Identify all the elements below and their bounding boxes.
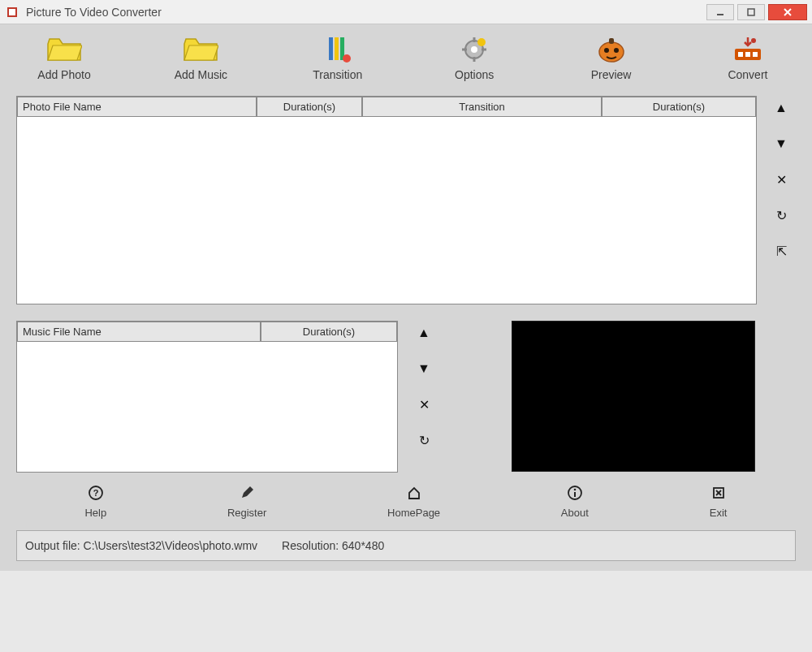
col-photo-duration2[interactable]: Duration(s) — [602, 97, 756, 117]
music-refresh-button[interactable]: ↻ — [415, 431, 433, 449]
photo-grid[interactable]: Photo File Name Duration(s) Transition D… — [16, 96, 757, 304]
svg-rect-1 — [9, 9, 15, 15]
svg-point-9 — [343, 54, 351, 63]
exit-button[interactable]: Exit — [710, 484, 728, 519]
arrow-up-icon: ▲ — [775, 101, 788, 115]
move-up-button[interactable]: ▲ — [772, 99, 790, 117]
window-title: Picture To Video Converter — [26, 6, 706, 19]
col-music-duration[interactable]: Duration(s) — [261, 322, 397, 342]
refresh-icon: ↻ — [776, 208, 787, 223]
svg-rect-23 — [745, 52, 750, 57]
app-icon — [5, 5, 19, 19]
music-grid-body[interactable] — [17, 342, 397, 472]
col-photo-duration1[interactable]: Duration(s) — [257, 97, 362, 117]
photo-grid-header: Photo File Name Duration(s) Transition D… — [17, 97, 756, 117]
col-music-filename[interactable]: Music File Name — [17, 322, 261, 342]
preview-label: Preview — [591, 68, 632, 81]
register-label: Register — [227, 507, 266, 519]
music-grid-header: Music File Name Duration(s) — [17, 322, 397, 342]
svg-rect-6 — [329, 37, 333, 60]
pen-icon — [238, 484, 256, 502]
refresh-icon: ↻ — [419, 433, 430, 448]
music-grid[interactable]: Music File Name Duration(s) — [16, 321, 398, 473]
photo-grid-body[interactable] — [17, 117, 756, 304]
svg-point-25 — [751, 38, 756, 43]
arrow-down-icon: ▼ — [417, 361, 430, 376]
music-section: Music File Name Duration(s) ▲ ▼ ✕ ↻ — [8, 314, 804, 481]
convert-icon — [730, 36, 766, 63]
collapse-icon: ⇱ — [776, 244, 787, 259]
resolution-text: Resolution: 640*480 — [282, 539, 384, 552]
svg-text:?: ? — [93, 488, 98, 498]
svg-rect-18 — [609, 38, 614, 44]
options-button[interactable]: Options — [438, 36, 511, 81]
close-button[interactable] — [768, 4, 807, 20]
svg-rect-22 — [738, 52, 743, 57]
exit-label: Exit — [710, 507, 728, 519]
output-file-text: Output file: C:\Users\test32\Videos\phot… — [25, 539, 257, 552]
bottom-toolbar: ? Help Register HomePage About Exit — [8, 481, 804, 527]
output-label: Output file: — [25, 539, 80, 552]
convert-button[interactable]: Convert — [711, 36, 784, 81]
delete-button[interactable]: ✕ — [772, 171, 790, 188]
help-icon: ? — [87, 484, 105, 502]
col-photo-transition[interactable]: Transition — [362, 97, 602, 117]
preview-button[interactable]: Preview — [575, 36, 648, 81]
arrow-up-icon: ▲ — [417, 326, 430, 340]
svg-rect-7 — [335, 37, 339, 60]
svg-point-11 — [471, 46, 477, 53]
pencils-icon — [320, 36, 356, 63]
svg-point-29 — [574, 489, 577, 491]
main-area: Add Photo Add Music Transition Options P… — [0, 24, 812, 571]
register-button[interactable]: Register — [227, 484, 266, 519]
convert-label: Convert — [728, 68, 767, 81]
photo-side-buttons: ▲ ▼ ✕ ↻ ⇱ — [767, 96, 796, 304]
music-delete-button[interactable]: ✕ — [415, 395, 433, 413]
video-preview-panel[interactable] — [512, 321, 755, 472]
about-label: About — [561, 507, 589, 519]
add-photo-button[interactable]: Add Photo — [28, 36, 101, 81]
output-path: C:\Users\test32\Videos\photo.wmv — [84, 539, 258, 552]
status-bar: Output file: C:\Users\test32\Videos\phot… — [16, 530, 796, 561]
resolution-label: Resolution: — [282, 539, 339, 552]
move-down-button[interactable]: ▼ — [772, 135, 790, 153]
music-move-down-button[interactable]: ▼ — [415, 360, 433, 378]
exit-icon — [710, 484, 728, 502]
refresh-button[interactable]: ↻ — [772, 206, 790, 224]
svg-point-16 — [477, 38, 486, 46]
photo-section: Photo File Name Duration(s) Transition D… — [8, 89, 804, 314]
folder-icon — [183, 36, 218, 63]
arrow-down-icon: ▼ — [775, 136, 788, 151]
gear-icon — [456, 36, 492, 63]
x-icon: ✕ — [776, 172, 787, 188]
add-music-label: Add Music — [175, 68, 227, 81]
info-icon — [566, 484, 584, 502]
svg-rect-30 — [574, 492, 576, 497]
music-side-buttons: ▲ ▼ ✕ ↻ — [409, 321, 438, 449]
collapse-button[interactable]: ⇱ — [772, 242, 790, 260]
transition-button[interactable]: Transition — [301, 36, 374, 81]
maximize-button[interactable] — [737, 4, 765, 20]
col-photo-filename[interactable]: Photo File Name — [17, 97, 257, 117]
homepage-button[interactable]: HomePage — [387, 484, 440, 519]
x-icon: ✕ — [419, 397, 430, 412]
homepage-label: HomePage — [387, 507, 440, 519]
resolution-value: 640*480 — [342, 539, 384, 552]
svg-rect-3 — [748, 9, 754, 15]
titlebar: Picture To Video Converter — [0, 0, 812, 24]
help-button[interactable]: ? Help — [84, 484, 106, 519]
svg-point-20 — [614, 48, 619, 53]
options-label: Options — [455, 68, 494, 81]
music-move-up-button[interactable]: ▲ — [415, 324, 433, 342]
help-label: Help — [84, 507, 106, 519]
folder-icon — [46, 36, 82, 63]
pumpkin-icon — [594, 36, 629, 63]
home-icon — [405, 484, 423, 502]
add-music-button[interactable]: Add Music — [164, 36, 237, 81]
svg-point-19 — [604, 48, 609, 53]
minimize-button[interactable] — [706, 4, 734, 20]
main-toolbar: Add Photo Add Music Transition Options P… — [8, 31, 804, 89]
about-button[interactable]: About — [561, 484, 589, 519]
svg-rect-24 — [753, 52, 758, 57]
transition-label: Transition — [313, 68, 362, 81]
